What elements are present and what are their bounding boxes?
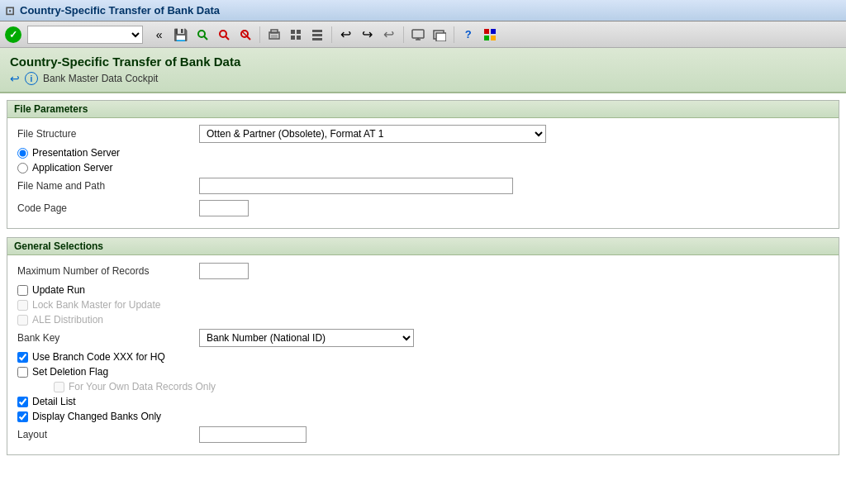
display-changed-banks-label: Display Changed Banks Only <box>32 411 161 422</box>
svg-line-5 <box>247 36 250 40</box>
use-branch-code-row: Use Branch Code XXX for HQ <box>17 351 829 363</box>
file-parameters-section: File Parameters File Structure Otten & P… <box>7 100 839 229</box>
title-bar-icon: ⊡ <box>5 4 15 17</box>
detail-list-label: Detail List <box>32 396 76 407</box>
file-parameters-header: File Parameters <box>7 101 839 118</box>
lock-bank-master-label: Lock Bank Master for Update <box>32 299 160 311</box>
code-page-row: Code Page 1100 <box>17 199 829 217</box>
file-parameters-body: File Structure Otten & Partner (Obsolete… <box>7 118 839 228</box>
svg-rect-14 <box>312 30 322 32</box>
subtitle-text: Bank Master Data Cockpit <box>43 73 158 84</box>
update-run-checkbox[interactable] <box>17 285 28 296</box>
layout-row: Layout <box>17 426 829 444</box>
svg-rect-22 <box>484 29 489 34</box>
set-deletion-flag-checkbox[interactable] <box>17 367 28 378</box>
svg-rect-12 <box>291 36 295 40</box>
help-button[interactable]: ? <box>459 25 478 45</box>
grid1-button[interactable] <box>286 25 306 45</box>
update-run-label: Update Run <box>32 284 85 296</box>
display-changed-banks-row: Display Changed Banks Only <box>17 411 829 422</box>
code-page-label: Code Page <box>17 202 199 214</box>
ale-distribution-checkbox[interactable] <box>17 315 28 326</box>
grid2-button[interactable] <box>307 25 327 45</box>
for-your-own-checkbox[interactable] <box>54 382 64 392</box>
svg-rect-11 <box>297 30 301 34</box>
toolbar-sep3 <box>403 26 404 43</box>
detail-list-checkbox[interactable] <box>17 397 28 407</box>
monitor-icon <box>411 28 425 41</box>
svg-rect-23 <box>491 29 496 34</box>
update-run-row: Update Run <box>17 284 829 296</box>
print-icon <box>268 28 281 41</box>
bank-key-select[interactable]: Bank Number (National ID) SWIFT/BIC Code <box>199 329 414 347</box>
main-content: File Parameters File Structure Otten & P… <box>0 93 846 504</box>
undo1-button[interactable]: ↩ <box>336 25 356 45</box>
svg-line-6 <box>242 31 247 36</box>
color-icon <box>483 28 497 41</box>
undo2-button[interactable]: ↪ <box>358 25 378 45</box>
detail-list-row: Detail List <box>17 396 829 407</box>
lock-bank-master-checkbox[interactable] <box>17 300 28 311</box>
back-arrows-button[interactable]: « <box>150 25 169 45</box>
info-icon[interactable]: i <box>25 72 38 85</box>
window-button[interactable] <box>430 25 449 45</box>
nav-back-icon[interactable]: ↩ <box>10 72 20 85</box>
for-your-own-label: For Your Own Data Records Only <box>69 381 216 392</box>
find-red1-icon <box>217 28 231 41</box>
monitor-button[interactable] <box>408 25 428 45</box>
find-green-button[interactable] <box>192 25 212 45</box>
file-structure-select[interactable]: Otten & Partner (Obsolete), Format AT 1 … <box>199 125 546 143</box>
svg-rect-9 <box>271 30 278 33</box>
file-name-row: File Name and Path <box>17 177 829 195</box>
toolbar-sep1 <box>259 26 260 43</box>
confirm-button[interactable]: ✓ <box>5 26 21 43</box>
find-red2-button[interactable] <box>235 25 255 45</box>
window-icon <box>433 28 446 41</box>
for-your-own-row: For Your Own Data Records Only <box>17 381 829 392</box>
svg-rect-25 <box>491 36 496 40</box>
presentation-server-radio[interactable] <box>17 148 28 159</box>
color-button[interactable] <box>480 25 500 45</box>
svg-point-2 <box>220 31 226 37</box>
grid2-icon <box>311 28 324 41</box>
svg-rect-10 <box>291 30 295 34</box>
svg-line-3 <box>226 36 229 40</box>
file-structure-label: File Structure <box>17 128 199 140</box>
presentation-server-label: Presentation Server <box>32 147 120 159</box>
set-deletion-flag-row: Set Deletion Flag <box>17 366 829 378</box>
max-records-row: Maximum Number of Records 99999 <box>17 262 829 280</box>
max-records-label: Maximum Number of Records <box>17 265 199 277</box>
lock-bank-master-row: Lock Bank Master for Update <box>17 299 829 311</box>
svg-rect-8 <box>271 35 278 38</box>
save-button[interactable]: 💾 <box>171 25 191 45</box>
use-branch-code-checkbox[interactable] <box>17 352 28 363</box>
general-selections-header: General Selections <box>7 238 839 255</box>
general-selections-body: Maximum Number of Records 99999 Update R… <box>7 255 839 454</box>
title-bar: ⊡ Country-Specific Transfer of Bank Data <box>0 0 846 21</box>
toolbar-sep4 <box>454 26 454 43</box>
find-red1-button[interactable] <box>214 25 234 45</box>
use-branch-code-label: Use Branch Code XXX for HQ <box>32 351 165 363</box>
code-page-input[interactable]: 1100 <box>199 200 249 216</box>
undo3-button[interactable]: ↩ <box>379 25 399 45</box>
print-button[interactable] <box>264 25 284 45</box>
command-field[interactable] <box>27 26 143 44</box>
set-deletion-flag-label: Set Deletion Flag <box>32 366 108 378</box>
application-server-radio[interactable] <box>17 163 28 174</box>
layout-label: Layout <box>17 429 199 440</box>
file-name-input[interactable] <box>199 178 513 194</box>
toolbar: ✓ « 💾 <box>0 21 846 48</box>
general-selections-section: General Selections Maximum Number of Rec… <box>7 237 839 455</box>
layout-input[interactable] <box>199 426 307 443</box>
bank-key-row: Bank Key Bank Number (National ID) SWIFT… <box>17 329 829 347</box>
page-header: Country-Specific Transfer of Bank Data ↩… <box>0 48 846 93</box>
ale-distribution-label: ALE Distribution <box>32 314 103 326</box>
svg-rect-16 <box>312 38 322 40</box>
display-changed-banks-checkbox[interactable] <box>17 411 28 422</box>
svg-rect-17 <box>412 30 424 38</box>
application-server-label: Application Server <box>32 162 112 174</box>
page-title: Country-Specific Transfer of Bank Data <box>10 55 836 69</box>
max-records-input[interactable]: 99999 <box>199 263 249 279</box>
svg-rect-13 <box>297 36 301 40</box>
application-server-row: Application Server <box>17 162 829 174</box>
